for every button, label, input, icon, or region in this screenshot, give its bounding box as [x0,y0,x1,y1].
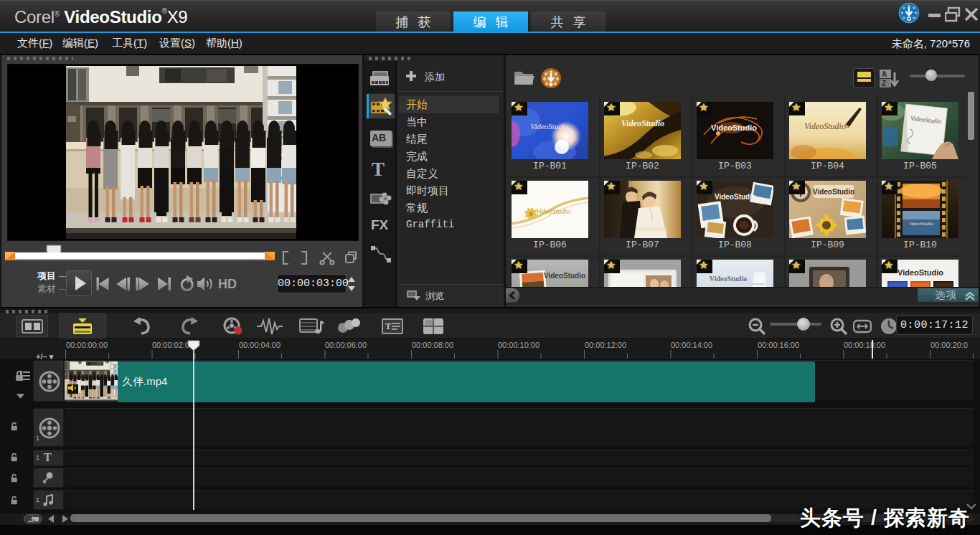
svg-text:00:00:00:00: 00:00:00:00 [66,341,108,349]
svg-text:00:00:16:00: 00:00:16:00 [758,341,799,349]
svg-text:00:00:08:00: 00:00:08:00 [412,341,453,349]
svg-text:A: A [882,70,887,78]
svg-text:00:00:10:00: 00:00:10:00 [498,341,540,349]
svg-text:00:00:14:00: 00:00:14:00 [671,341,712,349]
svg-text:00:00:04:00: 00:00:04:00 [239,341,281,349]
svg-text:T: T [385,321,391,331]
svg-text:00:00:18:00: 00:00:18:00 [844,341,885,349]
svg-text:00:00:12:00: 00:00:12:00 [585,341,626,349]
svg-text:00:00:20:0: 00:00:20:0 [930,341,968,349]
svg-text:00:00:06:00: 00:00:06:00 [325,341,367,349]
svg-text:Z: Z [882,80,886,87]
